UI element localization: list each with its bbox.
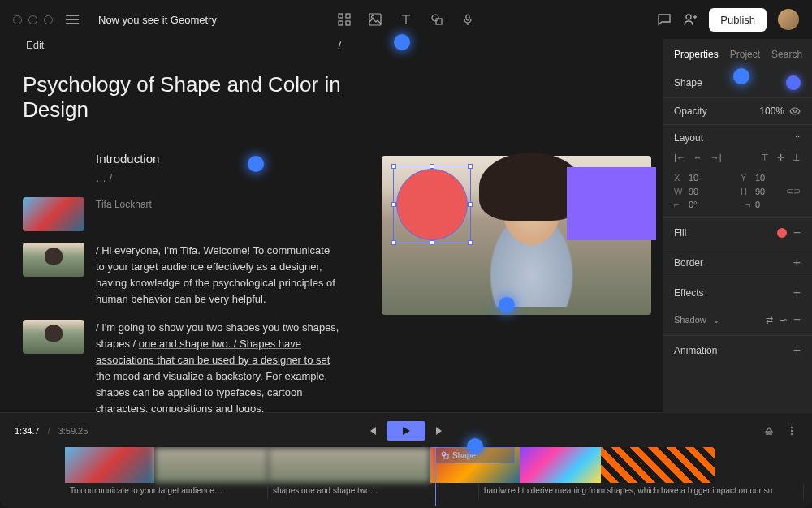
w-value[interactable]: 90 (689, 187, 698, 196)
tab-search[interactable]: Search (771, 49, 802, 60)
timeline-track[interactable]: Shape To communicate to your target audi… (0, 447, 812, 506)
properties-panel: Properties Project Search Shape Opacity … (663, 39, 812, 412)
caption-segment[interactable] (430, 484, 479, 499)
script-text[interactable]: / I'm going to show you two shapes you t… (96, 320, 341, 412)
section-dots: … / (96, 172, 341, 184)
chevron-down-icon[interactable]: ⌄ (713, 316, 719, 325)
canvas-area[interactable] (357, 39, 663, 412)
tab-project[interactable]: Project (730, 49, 760, 60)
window-minimize[interactable] (28, 15, 37, 24)
timeline-clip[interactable] (601, 447, 715, 483)
clip-thumb[interactable] (23, 243, 84, 277)
add-user-icon[interactable] (683, 12, 698, 27)
script-block: Tifa Lockhart (23, 197, 341, 231)
more-icon[interactable] (786, 425, 797, 437)
canvas-frame[interactable] (382, 156, 651, 315)
script-text[interactable]: / Hi everyone, I'm Tifa. Welcome! To com… (96, 243, 341, 308)
clip-thumb[interactable] (23, 197, 84, 231)
chevron-up-icon: ⌃ (794, 134, 801, 143)
svg-rect-2 (339, 21, 343, 25)
shape-row: Shape (663, 68, 812, 97)
h-value[interactable]: 90 (755, 187, 765, 196)
rotation-value[interactable]: 0° (689, 200, 698, 209)
svg-rect-3 (346, 21, 350, 25)
script-block: / I'm going to show you two shapes you t… (23, 320, 341, 412)
remove-fill-icon[interactable]: − (793, 226, 801, 240)
visibility-icon[interactable] (789, 105, 801, 117)
tab-properties[interactable]: Properties (674, 49, 719, 60)
resize-handle[interactable] (430, 240, 434, 245)
toolbar-center (337, 12, 475, 27)
comment-icon[interactable] (657, 12, 672, 27)
image-icon[interactable] (368, 12, 382, 27)
animation-label: Animation (674, 345, 717, 356)
border-label: Border (674, 257, 703, 269)
shadow-setting-icon[interactable]: ⇄ (766, 315, 773, 325)
link-wh-icon[interactable]: ⊂⊃ (786, 186, 801, 196)
avatar[interactable] (778, 9, 799, 30)
purple-rectangle-shape[interactable] (567, 167, 656, 240)
grid-icon[interactable] (337, 12, 352, 27)
play-button[interactable] (387, 421, 425, 441)
y-value[interactable]: 10 (755, 173, 765, 183)
eject-icon[interactable] (763, 425, 775, 437)
resize-handle[interactable] (468, 164, 473, 169)
add-animation-icon[interactable]: + (793, 343, 801, 358)
prev-icon[interactable] (367, 425, 378, 437)
shadow-label: Shadow (674, 315, 706, 325)
svg-rect-8 (466, 15, 469, 20)
align-middle-icon[interactable]: ✛ (777, 153, 784, 163)
timeline-clip[interactable] (520, 447, 601, 483)
opacity-value[interactable]: 100% (759, 105, 784, 117)
timeline-clip[interactable] (268, 447, 430, 483)
caption-segment[interactable]: To communicate to your target audience… (65, 484, 268, 499)
resize-handle[interactable] (391, 164, 396, 169)
align-bottom-icon[interactable]: ⊥ (793, 153, 801, 163)
svg-point-13 (791, 433, 793, 435)
red-circle-shape[interactable] (396, 169, 468, 240)
time-total: 3:59.25 (58, 426, 89, 436)
align-center-icon[interactable]: ↔ (693, 153, 702, 163)
resize-handle[interactable] (391, 240, 396, 245)
align-top-icon[interactable]: ⊤ (761, 153, 769, 163)
playback-row: 1:34.7 / 3:59.25 (0, 420, 812, 442)
next-icon[interactable] (434, 425, 445, 437)
shapes-icon[interactable] (430, 12, 444, 27)
timeline-clip[interactable] (65, 447, 154, 483)
layout-row[interactable]: Layout ⌃ (663, 124, 812, 151)
caption-segment[interactable]: shapes one and shape two… (268, 484, 430, 499)
svg-point-9 (686, 15, 691, 19)
align-left-icon[interactable]: |← (674, 153, 685, 163)
opacity-row: Opacity 100% (663, 97, 812, 124)
alignment-bar: |← ↔ →| ⊤ ✛ ⊥ (663, 151, 812, 170)
timeline-clip[interactable] (154, 447, 268, 483)
clip-thumb[interactable] (23, 320, 84, 354)
remove-shadow-icon[interactable]: − (793, 312, 801, 327)
mic-icon[interactable] (460, 12, 475, 27)
topbar: Now you see it Geometry Publish (0, 0, 812, 39)
align-right-icon[interactable]: →| (710, 153, 722, 163)
window-maximize[interactable] (44, 15, 53, 24)
shape-clip[interactable]: Shape (435, 447, 515, 463)
corner-value[interactable]: 0 (755, 200, 760, 209)
publish-button[interactable]: Publish (709, 8, 767, 32)
window-close[interactable] (13, 15, 22, 24)
fill-swatch[interactable] (777, 228, 787, 238)
menu-icon[interactable] (66, 15, 79, 24)
text-icon[interactable] (399, 12, 413, 27)
edit-label[interactable]: Edit (26, 39, 44, 51)
speaker-name: Tifa Lockhart (96, 197, 152, 213)
document-title: Psychology of Shape and Color in Design (23, 72, 341, 123)
shape-swatch[interactable] (786, 75, 801, 90)
layout-label: Layout (674, 132, 703, 144)
svg-rect-0 (339, 14, 343, 18)
add-border-icon[interactable]: + (793, 256, 801, 270)
script-text[interactable]: Tifa Lockhart (96, 197, 152, 231)
shadow-row: Shadow ⌄ ⇄ ⊸ − (663, 308, 812, 335)
main: Edit / Psychology of Shape and Color in … (0, 39, 812, 412)
time-current: 1:34.7 (15, 426, 40, 436)
add-effect-icon[interactable]: + (793, 286, 801, 300)
x-value[interactable]: 10 (689, 173, 698, 183)
caption-segment[interactable]: hardwired to derive meaning from shapes,… (479, 484, 804, 499)
shadow-toggle-icon[interactable]: ⊸ (780, 315, 787, 325)
